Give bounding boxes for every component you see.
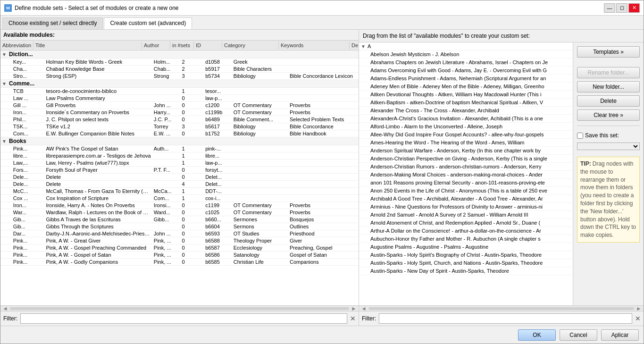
save-set-select[interactable] xyxy=(577,143,640,150)
col-header-insets[interactable]: in #sets xyxy=(170,42,194,49)
cell-id: b5734 xyxy=(204,73,232,79)
list-item[interactable]: Adeney Men of Bible - Adeney Men of the … xyxy=(359,83,573,91)
list-item[interactable]: Adams-Endless Punishment - Adams, Nehemi… xyxy=(359,75,573,83)
templates-button[interactable]: Templates » xyxy=(577,46,640,58)
col-header-title[interactable]: Title xyxy=(33,42,142,49)
table-row[interactable]: Gib... Gibbs A Traves de las Escrituras … xyxy=(0,216,359,223)
cell-cat: OT Commentary xyxy=(232,102,288,108)
group-books[interactable]: ▼ Books xyxy=(0,137,359,145)
table-row[interactable]: Gill ... Gill Proverbs John ... 0 c1200 … xyxy=(0,102,359,109)
table-row[interactable]: libre... libreparasiempre.com.ar - Testi… xyxy=(0,152,359,159)
right-filter-input[interactable] xyxy=(379,313,632,324)
list-item[interactable]: Aitken-Baptism - aitken-Doctrine of bapt… xyxy=(359,99,573,107)
delete-button[interactable]: Delete xyxy=(577,95,640,107)
group-comme[interactable]: ▼ Comme... xyxy=(0,80,359,88)
tab-choose-existing[interactable]: Choose existing set / select directly xyxy=(2,17,103,29)
cell-author: Pink, ... xyxy=(152,252,181,258)
list-item[interactable]: Arminius - Nine Questions for Professors… xyxy=(359,203,573,211)
restore-button[interactable]: ◻ xyxy=(616,3,627,13)
cell-id: Delet... xyxy=(204,174,232,180)
list-item[interactable]: Abelson Jewish Mysticism - J. Abelson xyxy=(359,50,573,59)
col-header-keywords[interactable]: Keywords xyxy=(279,42,350,49)
table-row[interactable]: Law ... Law Psalms Commentary 0 law-p... xyxy=(0,95,359,102)
left-tree-area[interactable]: ▼ Diction... Key... Holman Key Bible Wor… xyxy=(0,50,359,305)
table-row[interactable]: Stro... Strong (ESP) Strong 3 b5734 Bibl… xyxy=(0,73,359,80)
table-row[interactable]: Fors... Forsyth Soul of Prayer P.T. F...… xyxy=(0,167,359,174)
table-row[interactable]: Pink... Pink, A W. - Gospel Preaching Co… xyxy=(0,244,359,252)
table-row[interactable]: Pink... Pink, A W. - Godly Companions Pi… xyxy=(0,259,359,266)
list-item[interactable]: Abrahams Chapters on Jewish Literature -… xyxy=(359,59,573,67)
table-row[interactable]: Pink... AW Pink's The Gospel of Satan Au… xyxy=(0,145,359,152)
aplicar-button[interactable]: Aplicar xyxy=(601,329,639,341)
list-item[interactable]: Austin-Sparks - Holy Spirit, Church, and… xyxy=(359,259,573,267)
table-row[interactable]: Iron... Ironside, Harry A. - Notes On Pr… xyxy=(0,202,359,209)
table-row[interactable]: Law,... Law, Henry - Psalms (wlue777).to… xyxy=(0,159,359,167)
list-item[interactable]: Alexander The Cross - The Cross - Alexan… xyxy=(359,107,573,115)
table-row[interactable]: TCB tesoro-de-conocimiento-biblico 1 tes… xyxy=(0,88,359,95)
table-row[interactable]: War... Wardlaw, Ralph - Lectures on the … xyxy=(0,209,359,216)
table-row[interactable]: Cox ... Cox Inspiration of Scripture Com… xyxy=(0,195,359,202)
new-folder-button[interactable]: New folder... xyxy=(577,81,640,92)
list-item[interactable]: Aitken Devotional Thoughts - Aitken, Wil… xyxy=(359,91,573,99)
save-this-set-row: Save this set: xyxy=(577,132,640,139)
table-row[interactable]: Dar... Darby-J.N.-Aaronic-and-Melchisede… xyxy=(0,230,359,237)
list-item[interactable]: Ames-Hearing the Word - The Hearing of t… xyxy=(359,139,573,147)
list-item[interactable]: Anderson-Christian Perspective on Giving… xyxy=(359,155,573,163)
col-header-category[interactable]: Category xyxy=(222,42,279,49)
left-hscroll[interactable]: ◄ ► xyxy=(0,305,359,311)
col-header-desc[interactable]: De xyxy=(350,42,359,49)
table-row[interactable]: McC... McCall, Thomas - From Gaza To Ete… xyxy=(0,188,359,195)
table-row[interactable]: TSK... TSKe v1.2 Torrey 3 b5617 Bibliolo… xyxy=(0,123,359,130)
list-item[interactable]: anon 101 Reasons proving Eternal Securit… xyxy=(359,179,573,187)
table-row[interactable]: Dele... Delete 0 Delet... xyxy=(0,174,359,181)
cell-abbr: TSK... xyxy=(12,124,45,129)
table-row[interactable]: Dele... Delete 4 Delet... xyxy=(0,181,359,188)
list-item[interactable]: Adams Overcoming Evil with Good - Adams,… xyxy=(359,67,573,75)
list-item[interactable]: Arnold Atonement of Christ, and Redempti… xyxy=(359,219,573,227)
list-item[interactable]: Austin-Sparks - New Day of Spirit - Aust… xyxy=(359,267,573,275)
clear-tree-button[interactable]: Clear tree » xyxy=(577,109,640,121)
list-item[interactable]: Augustine Psalms - Augustine - Psalms - … xyxy=(359,243,573,251)
list-item[interactable]: Anderson-Christian Rumors - anderson-chr… xyxy=(359,163,573,171)
cell-title: Gill Proverbs xyxy=(44,102,152,108)
left-filter-clear-icon[interactable]: ✕ xyxy=(350,315,356,322)
cell-title: Pink, A W. - Gospel of Satan xyxy=(44,252,152,258)
list-item[interactable]: AlexanderA-Christ's Gracious Invitation … xyxy=(359,115,573,123)
table-row[interactable]: Phil... J. C. Philpot on select texts J.… xyxy=(0,116,359,123)
right-tree-area[interactable]: ▼ A Abelson Jewish Mysticism - J. Abelso… xyxy=(359,42,573,305)
cancel-button[interactable]: Cancel xyxy=(560,329,597,341)
table-row[interactable]: Key... Holman Key Bible Words - Greek Ho… xyxy=(0,59,359,66)
list-item[interactable]: Alford-Limbo - Alarm to the Unconverted … xyxy=(359,123,573,131)
list-item[interactable]: Arnold 2nd Samuel - Arnold A Survey of 2… xyxy=(359,211,573,219)
table-row[interactable]: Com... E.W. Bullinger Companion Bible No… xyxy=(0,130,359,137)
right-filter-clear-icon[interactable]: ✕ xyxy=(635,315,641,322)
right-hscroll[interactable]: ◄ ► xyxy=(359,305,644,311)
list-item[interactable]: Archibald A Good Tree - Archibald, Alexa… xyxy=(359,195,573,203)
table-row[interactable]: Pink... Pink, A W. - Great Giver Pink, .… xyxy=(0,237,359,244)
group-diction[interactable]: ▼ Diction... xyxy=(0,50,359,59)
col-header-abbreviation[interactable]: Abbreviation xyxy=(0,42,33,49)
tab-create-custom[interactable]: Create custom set (advanced) xyxy=(104,17,192,29)
save-this-set-checkbox[interactable] xyxy=(577,133,583,139)
left-filter-input[interactable] xyxy=(20,313,347,324)
table-row[interactable]: Gib... Gibbs Through the Scriptures 0 b6… xyxy=(0,223,359,230)
list-item[interactable]: Austin-Sparks - Holy Spirit's Biography … xyxy=(359,251,573,259)
right-tree-node-a[interactable]: ▼ A xyxy=(359,42,573,50)
list-item[interactable]: Anon 250 Events in the Life of Christ - … xyxy=(359,187,573,195)
list-item[interactable]: Allee-Why Did God Inspire Four Gospel Ac… xyxy=(359,131,573,139)
rename-folder-button[interactable]: Rename folder... xyxy=(577,67,640,78)
table-row[interactable]: Cha... Chabad Knowledge Base Chab... 2 b… xyxy=(0,66,359,73)
table-row[interactable]: Iron... Ironside´s Commentary on Proverb… xyxy=(0,109,359,116)
list-item[interactable]: Anderson-Making Moral Choices - anderson… xyxy=(359,171,573,179)
list-item[interactable]: Arthur-A Dollar on the Conscience! - art… xyxy=(359,227,573,235)
col-header-id[interactable]: ID xyxy=(194,42,222,49)
list-item[interactable]: Aubuchon-Honor thy Father and Mother - R… xyxy=(359,235,573,243)
ok-button[interactable]: OK xyxy=(518,329,556,341)
table-row[interactable]: Pink... Pink, A W. - Gospel of Satan Pin… xyxy=(0,252,359,259)
col-header-author[interactable]: Author xyxy=(142,42,170,49)
list-item[interactable]: Anderson Spiritual Warfare - Anderson, K… xyxy=(359,147,573,155)
close-button[interactable]: ✕ xyxy=(628,3,640,13)
cell-id: b660... xyxy=(204,217,232,222)
cell-kw: Giver xyxy=(288,238,359,243)
minimize-button[interactable]: ― xyxy=(604,3,615,13)
